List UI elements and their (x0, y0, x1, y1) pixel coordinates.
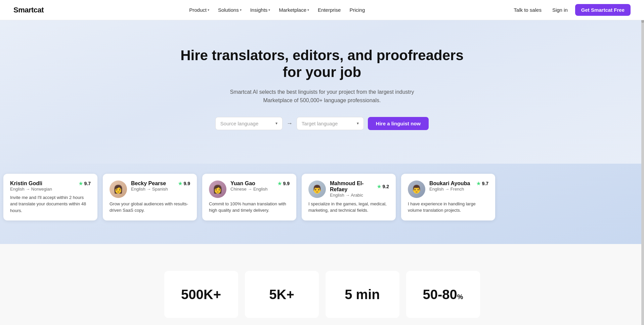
linguist-rating: ★ 9.9 (178, 181, 190, 186)
nav-right: Talk to sales Sign in Get Smartcat Free (510, 4, 631, 16)
linguist-name: Kristin Godli (10, 180, 42, 187)
linguist-name: Mahmoud El-Refaey (330, 180, 377, 193)
linguist-avatar: 👨 (408, 180, 425, 198)
star-icon: ★ (79, 181, 83, 186)
chevron-down-icon: ▾ (307, 8, 309, 12)
linguist-rating: ★ 9.7 (79, 181, 91, 186)
logo[interactable]: Smartcat (13, 6, 44, 14)
avatar-person-icon: 👩 (113, 185, 123, 194)
stat-value: 500K+ (181, 287, 221, 302)
chevron-down-icon: ▾ (240, 8, 242, 12)
linguist-name: Boukari Ayouba (429, 180, 470, 187)
source-language-label: Source language (220, 121, 258, 126)
linguist-lang-pair: English → Norwegian (10, 187, 91, 192)
linguist-name: Yuan Gao (230, 180, 255, 187)
star-icon: ★ (476, 181, 481, 186)
nav-marketplace[interactable]: Marketplace ▾ (275, 5, 312, 15)
language-search-bar: Source language ▾ → Target language ▾ Hi… (13, 117, 631, 130)
stats-grid: 500K+ 5K+ 5 min 50-80% (137, 271, 507, 318)
chevron-down-icon: ▾ (208, 8, 209, 12)
linguist-rating: ★ 9.9 (277, 181, 290, 186)
hero-subtitle: Smartcat AI selects the best linguists f… (221, 88, 423, 105)
hero-title: Hire translators, editors, and proofread… (171, 47, 473, 81)
chevron-down-icon: ▾ (275, 121, 277, 126)
arrow-right-icon: → (287, 120, 293, 127)
linguist-description: I have experience in handling large volu… (408, 201, 488, 214)
linguist-lang-pair: English → Arabic (330, 193, 389, 198)
linguist-description: I specialize in the games, legal, medica… (308, 201, 389, 214)
linguist-avatar: 👨 (308, 180, 326, 198)
chevron-down-icon: ▾ (357, 121, 359, 126)
linguist-card[interactable]: 👨 Boukari Ayouba ★ 9.7 English → French … (401, 174, 495, 221)
nav-enterprise[interactable]: Enterprise (314, 5, 344, 15)
talk-to-sales-link[interactable]: Talk to sales (510, 5, 545, 15)
stat-value: 5K+ (269, 287, 294, 302)
linguist-description: Grow your global audiences with results-… (110, 201, 190, 214)
nav-insights[interactable]: Insights ▾ (247, 5, 274, 15)
avatar-person-icon: 👨 (312, 185, 322, 194)
linguist-avatar: 👩 (110, 180, 127, 198)
avatar-person-icon: 👩 (213, 185, 223, 194)
target-language-label: Target language (302, 121, 338, 126)
linguist-avatar: 👩 (209, 180, 226, 198)
stat-card-clients: 5K+ (245, 271, 319, 318)
linguist-card[interactable]: Kristin Godli ★ 9.7 English → Norwegian … (3, 174, 97, 221)
target-language-select[interactable]: Target language ▾ (297, 117, 364, 130)
linguist-cards-row: Kristin Godli ★ 9.7 English → Norwegian … (0, 170, 644, 224)
linguist-card[interactable]: 👩 Becky Pearse ★ 9.9 English → Spanish G… (103, 174, 197, 221)
linguist-card[interactable]: 👨 Mahmoud El-Refaey ★ 9.2 English → Arab… (302, 174, 396, 221)
nav-pricing[interactable]: Pricing (346, 5, 368, 15)
linguist-rating: ★ 9.2 (377, 184, 389, 189)
stat-card-savings: 50-80% (406, 271, 480, 318)
sign-in-link[interactable]: Sign in (549, 5, 571, 15)
star-icon: ★ (277, 181, 282, 186)
get-smartcat-free-button[interactable]: Get Smartcat Free (575, 4, 631, 16)
hero-section: Hire translators, editors, and proofread… (0, 20, 644, 164)
linguist-lang-pair: English → French (429, 187, 488, 192)
stat-card-linguists: 500K+ (164, 271, 238, 318)
nav-product[interactable]: Product ▾ (186, 5, 213, 15)
linguist-lang-pair: Chinese → English (230, 187, 290, 192)
hire-linguist-button[interactable]: Hire a linguist now (368, 117, 429, 130)
linguist-name: Becky Pearse (131, 180, 166, 187)
chevron-down-icon: ▾ (268, 8, 270, 12)
navbar: Smartcat Product ▾ Solutions ▾ Insights … (0, 0, 644, 20)
linguist-cards-section: Kristin Godli ★ 9.7 English → Norwegian … (0, 164, 644, 244)
avatar-person-icon: 👨 (412, 185, 422, 194)
stat-value: 5 min (345, 287, 380, 302)
source-language-select[interactable]: Source language ▾ (215, 117, 283, 130)
stats-section: 500K+ 5K+ 5 min 50-80% (0, 244, 644, 325)
nav-links: Product ▾ Solutions ▾ Insights ▾ Marketp… (186, 5, 368, 15)
star-icon: ★ (377, 184, 381, 189)
linguist-description: Invite me and I'll accept within 2 hours… (10, 194, 91, 214)
stat-value: 50-80% (423, 287, 463, 302)
stat-card-time: 5 min (326, 271, 399, 318)
nav-solutions[interactable]: Solutions ▾ (215, 5, 245, 15)
star-icon: ★ (178, 181, 182, 186)
scrollbar[interactable] (641, 0, 644, 325)
linguist-description: Commit to 100% human translation with hi… (209, 201, 290, 214)
linguist-lang-pair: English → Spanish (131, 187, 190, 192)
linguist-card[interactable]: 👩 Yuan Gao ★ 9.9 Chinese → English Commi… (202, 174, 296, 221)
linguist-rating: ★ 9.7 (476, 181, 488, 186)
